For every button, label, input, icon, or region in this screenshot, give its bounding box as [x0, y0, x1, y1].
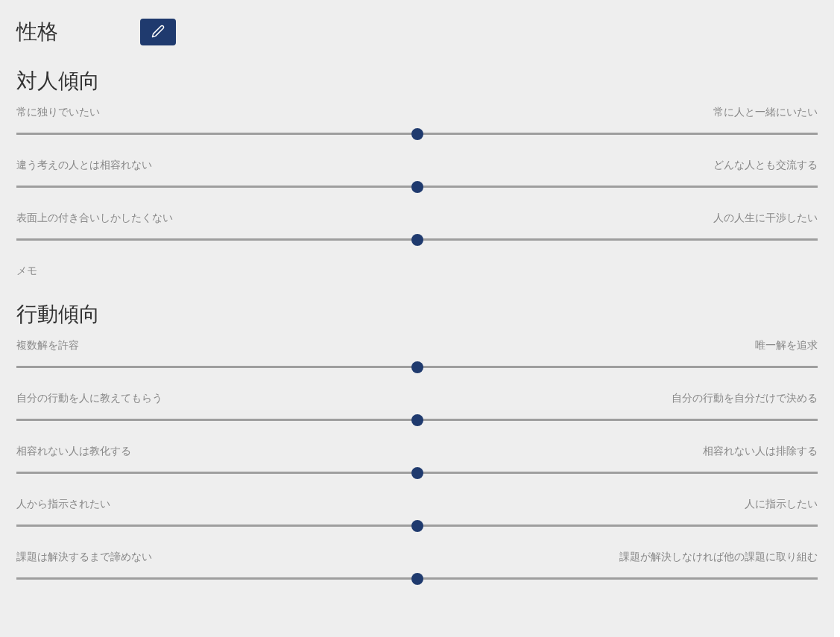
slider-left-label: 常に独りでいたい: [16, 106, 100, 119]
page-title: 性格: [16, 18, 58, 46]
slider-left-label: 表面上の付き合いしかしたくない: [16, 212, 173, 225]
slider-track[interactable]: [16, 577, 818, 580]
slider-row: 人から指示されたい 人に指示したい: [16, 498, 834, 527]
slider-thumb[interactable]: [411, 467, 423, 479]
slider-right-label: 人に指示したい: [745, 498, 818, 511]
slider-row: 常に独りでいたい 常に人と一緒にいたい: [16, 106, 834, 135]
memo-label: メモ: [16, 264, 834, 278]
slider-left-label: 人から指示されたい: [16, 498, 110, 511]
slider-thumb[interactable]: [411, 181, 423, 193]
slider-row: 自分の行動を人に教えてもらう 自分の行動を自分だけで決める: [16, 392, 834, 421]
slider-left-label: 複数解を許容: [16, 339, 79, 352]
slider-thumb[interactable]: [411, 573, 423, 585]
personality-card: 性格 対人傾向 常に独りでいたい 常に人と一緒にいたい 違う考えの: [0, 0, 834, 580]
slider-row: 課題は解決するまで諦めない 課題が解決しなければ他の課題に取り組む: [16, 551, 834, 580]
slider-thumb[interactable]: [411, 520, 423, 532]
slider-track[interactable]: [16, 133, 818, 135]
slider-track[interactable]: [16, 238, 818, 241]
slider-right-label: どんな人とも交流する: [713, 159, 818, 172]
slider-row: 表面上の付き合いしかしたくない 人の人生に干渉したい: [16, 212, 834, 241]
slider-track[interactable]: [16, 186, 818, 188]
slider-row: 複数解を許容 唯一解を追求: [16, 339, 834, 368]
slider-track[interactable]: [16, 366, 818, 368]
slider-left-label: 課題は解決するまで諦めない: [16, 551, 152, 564]
slider-thumb[interactable]: [411, 234, 423, 246]
slider-row: 違う考えの人とは相容れない どんな人とも交流する: [16, 159, 834, 188]
slider-right-label: 自分の行動を自分だけで決める: [672, 392, 818, 405]
slider-track[interactable]: [16, 525, 818, 527]
section-heading-behavioral: 行動傾向: [16, 300, 834, 329]
right-panel-edge: [834, 0, 840, 637]
slider-thumb[interactable]: [411, 414, 423, 426]
slider-right-label: 相容れない人は排除する: [703, 445, 818, 458]
slider-right-label: 常に人と一緒にいたい: [713, 106, 818, 119]
slider-right-label: 課題が解決しなければ他の課題に取り組む: [619, 551, 818, 564]
slider-thumb[interactable]: [411, 128, 423, 140]
slider-track[interactable]: [16, 472, 818, 474]
slider-thumb[interactable]: [411, 361, 423, 373]
edit-button[interactable]: [140, 19, 176, 45]
slider-right-label: 人の人生に干渉したい: [713, 212, 818, 225]
slider-right-label: 唯一解を追求: [755, 339, 818, 352]
slider-track[interactable]: [16, 419, 818, 421]
header-row: 性格: [16, 18, 834, 46]
pencil-icon: [151, 25, 165, 40]
slider-left-label: 自分の行動を人に教えてもらう: [16, 392, 162, 405]
slider-row: 相容れない人は教化する 相容れない人は排除する: [16, 445, 834, 474]
section-heading-interpersonal: 対人傾向: [16, 67, 834, 95]
slider-left-label: 違う考えの人とは相容れない: [16, 159, 152, 172]
slider-left-label: 相容れない人は教化する: [16, 445, 131, 458]
